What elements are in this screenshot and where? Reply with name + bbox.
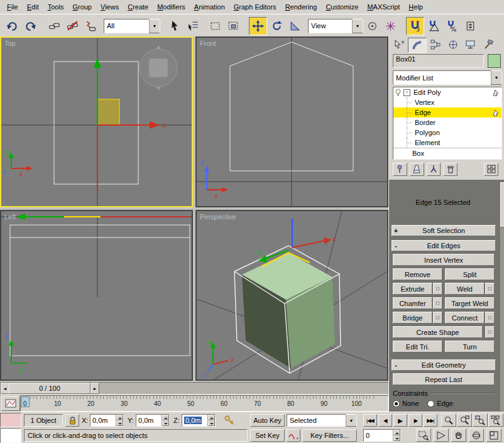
zoom-extents-button[interactable]: [473, 413, 488, 427]
menu-maxscript[interactable]: MAXScript: [363, 1, 404, 13]
tab-create[interactable]: [390, 38, 408, 52]
window-crossing-toggle-button[interactable]: [225, 18, 242, 35]
select-and-scale-button[interactable]: [287, 18, 304, 35]
bridge-settings-button[interactable]: □: [433, 312, 442, 324]
current-frame-field[interactable]: 0: [363, 429, 401, 442]
connect-button[interactable]: Connect: [445, 312, 485, 324]
set-keys-button[interactable]: [221, 413, 238, 427]
tab-hierarchy[interactable]: [427, 38, 444, 52]
weld-settings-button[interactable]: □: [485, 283, 495, 295]
menu-views[interactable]: Views: [96, 1, 123, 13]
stack-item-vertex[interactable]: Vertex: [393, 97, 501, 107]
zoom-region-button[interactable]: [416, 429, 431, 442]
viewcube[interactable]: [140, 45, 177, 90]
viewport-perspective[interactable]: x y y x z Perspective: [195, 210, 388, 381]
tab-utilities[interactable]: [479, 38, 497, 52]
chevron-down-icon[interactable]: ▼: [149, 19, 160, 33]
chevron-down-icon[interactable]: ▼: [352, 19, 363, 33]
viewport-left[interactable]: z y Left: [0, 210, 193, 381]
perspective-viewport-canvas[interactable]: x y y x z: [197, 211, 387, 380]
go-to-end-button[interactable]: ▶▶|: [424, 414, 437, 427]
field-of-view-button[interactable]: [434, 429, 449, 442]
bridge-button[interactable]: Bridge: [393, 312, 432, 324]
panel-scrollbar[interactable]: [500, 182, 504, 411]
track-bar-ruler[interactable]: 0 10 20 30 40 50 60 70 80 90 100: [20, 395, 388, 412]
rollout-edit-geometry[interactable]: - Edit Geometry: [392, 359, 496, 371]
select-and-link-button[interactable]: [46, 18, 63, 35]
collapse-icon[interactable]: −: [403, 89, 410, 96]
chamfer-settings-button[interactable]: □: [433, 297, 442, 309]
maxscript-mini-listener-macro[interactable]: [0, 413, 21, 427]
select-and-move-button[interactable]: [249, 17, 267, 35]
front-viewport-canvas[interactable]: z x: [197, 38, 387, 206]
turn-button[interactable]: Turn: [445, 341, 495, 353]
menu-file[interactable]: File: [3, 1, 23, 13]
undo-button[interactable]: [4, 18, 21, 35]
reference-coordsys-dropdown[interactable]: View▼: [308, 19, 363, 33]
repeat-last-button[interactable]: Repeat Last: [393, 373, 495, 385]
rectangular-selection-region-button[interactable]: [207, 18, 224, 35]
lightbulb-icon[interactable]: [395, 89, 402, 97]
object-color-swatch[interactable]: [488, 54, 501, 68]
rollout-edit-edges[interactable]: - Edit Edges: [392, 240, 496, 251]
x-spinner[interactable]: [116, 415, 123, 426]
time-slider-right-arrow[interactable]: ►: [90, 383, 99, 394]
chevron-down-icon[interactable]: ▼: [346, 414, 356, 427]
chevron-down-icon[interactable]: ▼: [491, 70, 501, 85]
tab-motion[interactable]: [444, 38, 462, 52]
angle-snap-toggle-button[interactable]: [425, 18, 442, 35]
percent-snap-toggle-button[interactable]: %: [444, 18, 461, 35]
menu-modifiers[interactable]: Modifiers: [153, 1, 190, 13]
scrollbar-thumb[interactable]: [500, 182, 504, 227]
object-name-field[interactable]: Box01: [393, 54, 484, 68]
spinner-snap-toggle-button[interactable]: [462, 18, 479, 35]
extrude-button[interactable]: Extrude: [393, 283, 432, 295]
create-shape-button[interactable]: Create Shape: [393, 326, 483, 338]
remove-modifier-button[interactable]: [443, 163, 457, 176]
zoom-extents-all-button[interactable]: [488, 413, 503, 427]
rollout-soft-selection[interactable]: + Soft Selection: [392, 225, 496, 236]
menu-tools[interactable]: Tools: [43, 1, 68, 13]
tab-modify[interactable]: [408, 38, 427, 53]
connect-settings-button[interactable]: □: [485, 312, 495, 324]
select-and-manipulate-button[interactable]: [382, 18, 399, 35]
snaps-toggle-button[interactable]: 3: [406, 17, 424, 35]
menu-edit[interactable]: Edit: [23, 1, 43, 13]
selection-filter-dropdown[interactable]: All▼: [104, 19, 160, 33]
tab-display[interactable]: [462, 38, 479, 52]
menu-help[interactable]: Help: [404, 1, 427, 13]
z-coord-field[interactable]: 0,0m: [182, 414, 216, 427]
select-and-rotate-button[interactable]: [268, 18, 285, 35]
constraint-edge-radio[interactable]: [427, 400, 434, 407]
unlink-selection-button[interactable]: [64, 18, 81, 35]
time-slider-left-arrow[interactable]: ◄: [1, 383, 9, 394]
menu-graph-editors[interactable]: Graph Editors: [229, 1, 281, 13]
viewport-left-label[interactable]: Left: [4, 213, 16, 221]
menu-create[interactable]: Create: [123, 1, 153, 13]
move-gizmo[interactable]: [16, 214, 101, 220]
redo-button[interactable]: [22, 18, 39, 35]
selection-set-dropdown[interactable]: Selected▼: [287, 414, 357, 427]
constraint-none-radio[interactable]: [393, 400, 400, 407]
left-viewport-canvas[interactable]: z y: [1, 211, 192, 380]
viewport-front-label[interactable]: Front: [200, 40, 216, 47]
y-coord-field[interactable]: 0,0m: [136, 414, 170, 427]
auto-key-button[interactable]: Auto Key: [250, 414, 285, 427]
go-to-start-button[interactable]: |◀◀: [363, 414, 377, 427]
viewport-perspective-label[interactable]: Perspective: [200, 213, 236, 221]
zoom-button[interactable]: [441, 413, 456, 427]
stack-item-box[interactable]: Box: [393, 148, 501, 158]
weld-button[interactable]: Weld: [445, 283, 485, 295]
selection-lock-button[interactable]: [65, 414, 79, 427]
remove-button[interactable]: Remove: [393, 268, 442, 280]
y-spinner[interactable]: [162, 415, 169, 426]
pan-view-button[interactable]: [451, 429, 466, 442]
arc-rotate-button[interactable]: [469, 429, 484, 442]
z-spinner[interactable]: [207, 415, 215, 426]
pin-stack-button[interactable]: [393, 163, 407, 176]
create-shape-settings-button[interactable]: □: [485, 326, 495, 338]
stack-item-element[interactable]: Element: [393, 138, 501, 148]
next-frame-button[interactable]: |▶: [408, 414, 422, 427]
configure-modifier-sets-button[interactable]: [484, 163, 498, 176]
open-mini-curve-editor-button[interactable]: [1, 396, 20, 411]
